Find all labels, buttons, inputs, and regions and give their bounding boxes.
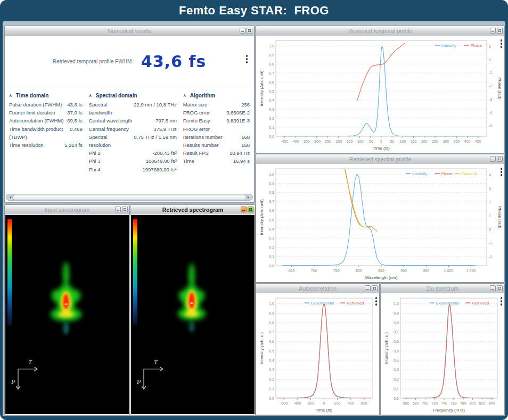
column-collapse-header[interactable]: ∧Time domain [9,93,83,98]
options-menu-icon[interactable] [501,168,503,176]
row-value: 10,94 Hz [230,149,250,157]
svg-text:900: 900 [400,269,407,273]
numerical-row: Results number168 [183,141,250,149]
svg-text:150: 150 [411,139,417,143]
svg-text:0,5: 0,5 [269,89,274,93]
maximize-button[interactable] [497,285,503,291]
svg-text:0,0: 0,0 [269,135,274,138]
row-value: 22,9 nm / 10,8 THz [134,101,177,117]
scroll-right-arrow-icon[interactable] [248,196,251,199]
row-label: Pulse duration (FWHM) [9,101,62,109]
2w-spectrum-chart[interactable]: 0,00,10,20,30,40,50,60,70,80,91,06606807… [381,294,504,414]
input-spectrogram-image[interactable]: τ ν [5,215,129,415]
svg-text:740: 740 [441,401,447,405]
collapse-caret-icon: ∧ [89,93,92,98]
maximize-button[interactable] [497,156,503,162]
panel-header[interactable]: Numerical results [5,26,254,36]
panel-header[interactable]: Retrieved temporal profile [256,26,504,36]
svg-text:0,9: 0,9 [394,311,399,315]
panel-temporal-profile: Retrieved temporal profile 0,00,10,20,30… [256,26,505,153]
maximize-button[interactable] [122,207,128,212]
column-title: Algorithm [190,93,215,98]
minimize-button[interactable] [240,28,245,34]
row-value: 797,5 nm [155,117,177,125]
svg-text:-2: -2 [489,255,492,259]
numerical-row: Spectral bandwidth22,9 nm / 10,8 THz [89,101,177,117]
minimize-button[interactable] [115,207,121,212]
svg-text:1: 1 [489,45,491,48]
scrollbar-thumb[interactable] [12,195,247,200]
panel-header[interactable]: Retrieved spectrogram [130,205,255,215]
svg-text:-2: -2 [489,84,492,88]
numerical-row: Femto Easy FROG error9,8391E-3 [183,117,250,133]
row-value: 3,6506E-2 [226,109,250,117]
minimize-button[interactable] [490,285,496,291]
svg-text:-150: -150 [345,139,353,143]
svg-text:0,5: 0,5 [269,218,274,222]
titlebar[interactable]: Femto Easy STAR: FROG [0,0,508,21]
options-menu-icon[interactable] [501,297,503,306]
minimize-button[interactable] [241,207,247,212]
numerical-row: Phi 2-208,43 fs² [89,149,177,157]
minimize-button[interactable] [365,285,371,291]
svg-text:1 000: 1 000 [444,269,454,273]
options-menu-icon[interactable] [375,297,378,306]
options-menu-icon[interactable] [501,39,503,48]
numerical-row: Result FPS10,94 Hz [183,149,250,157]
svg-text:1: 1 [489,214,491,218]
svg-text:400: 400 [348,401,354,405]
svg-text:950: 950 [423,269,429,273]
svg-text:700: 700 [422,401,429,405]
svg-text:0,2: 0,2 [269,377,274,381]
svg-text:Frequency (THz): Frequency (THz) [433,408,465,413]
spectral-profile-chart[interactable]: 0,00,10,20,30,40,50,60,70,80,91,043210-1… [257,164,504,282]
row-label: Matrix size [183,101,207,109]
minimize-button[interactable] [490,156,496,162]
maximize-button[interactable] [248,207,253,212]
options-menu-icon[interactable] [246,55,248,63]
svg-text:-400: -400 [293,401,301,405]
temporal-profile-chart[interactable]: 0,00,10,20,30,40,50,60,70,80,91,010-1-2-… [257,36,504,152]
app-title: Femto Easy STAR: FROG [179,4,329,18]
panel-header[interactable]: 2ω spectrum [381,284,504,294]
svg-text:50: 50 [390,139,394,143]
svg-text:680: 680 [413,401,419,405]
svg-text:300: 300 [443,139,449,143]
svg-text:0,3: 0,3 [269,108,274,111]
horizontal-scrollbar[interactable] [6,194,253,201]
svg-text:0,7: 0,7 [394,330,399,334]
panel-header[interactable]: Autocorrelation [256,284,379,294]
colorbar [133,219,137,325]
svg-text:0,6: 0,6 [269,340,274,343]
panel-header[interactable]: Retrieved spectral profile [256,154,504,164]
svg-text:200: 200 [334,401,341,405]
svg-text:4: 4 [489,173,491,177]
numerical-row: FROG error3,6506E-2 [183,109,250,117]
minimize-button[interactable] [490,28,496,34]
panel-retrieved-spectrogram: Retrieved spectrogram [130,204,256,415]
fwhm-label: Retrieved temporal profile FWHM : [53,59,135,64]
row-value: 0,469 [70,125,83,141]
numerical-row: Phi 41997680,00 fs⁴ [89,166,177,174]
svg-text:0,7: 0,7 [269,330,274,334]
svg-text:0,1: 0,1 [269,254,274,258]
maximize-button[interactable] [372,285,378,291]
collapse-caret-icon: ∧ [183,93,186,98]
svg-text:-200: -200 [334,139,342,143]
maximize-button[interactable] [247,28,252,34]
svg-text:Intensity (arb. u.): Intensity (arb. u.) [259,332,264,364]
svg-text:Intensity: Intensity [412,171,427,176]
maximize-button[interactable] [497,28,503,34]
svg-text:0,6: 0,6 [269,80,274,84]
column-collapse-header[interactable]: ∧Spectral domain [89,93,177,98]
panel-title: Retrieved spectrogram [130,207,255,213]
panel-title: Autocorrelation [256,285,379,292]
numerical-table: ∧Time domainPulse duration (FWHM)43,6 fs… [5,87,254,174]
autocorrelation-chart[interactable]: 0,00,10,20,30,40,50,60,70,80,91,0-600-40… [257,294,379,414]
panel-header[interactable]: Input spectrogram [5,205,129,215]
svg-text:0: 0 [380,139,382,143]
column-collapse-header[interactable]: ∧Algorithm [183,93,250,98]
svg-text:1,0: 1,0 [269,302,274,306]
retrieved-spectrogram-image[interactable]: τ ν [130,215,255,415]
scroll-left-arrow-icon[interactable] [8,196,11,199]
